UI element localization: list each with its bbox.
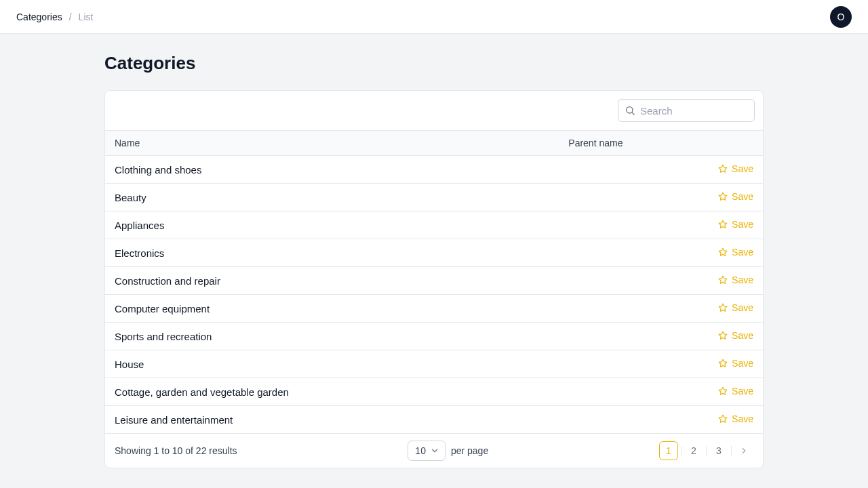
- cell-action: Save: [677, 267, 763, 295]
- cell-name: Appliances: [105, 211, 559, 239]
- star-icon: [718, 386, 728, 396]
- save-button[interactable]: Save: [718, 413, 753, 424]
- cell-action: Save: [677, 295, 763, 323]
- save-button[interactable]: Save: [718, 330, 753, 341]
- svg-marker-10: [719, 387, 727, 394]
- svg-marker-3: [719, 192, 727, 200]
- page-button[interactable]: 1: [659, 441, 678, 460]
- table-row[interactable]: Leisure and entertainmentSave: [105, 406, 763, 434]
- per-page-select[interactable]: 10: [408, 441, 446, 461]
- table-row[interactable]: Cottage, garden and vegetable gardenSave: [105, 378, 763, 406]
- cell-name: House: [105, 350, 559, 378]
- page-title: Categories: [104, 53, 764, 74]
- chevron-down-icon: [430, 446, 439, 455]
- table-row[interactable]: Clothing and shoesSave: [105, 156, 763, 184]
- cell-name: Leisure and entertainment: [105, 406, 559, 434]
- per-page-control: 10 per page: [408, 441, 488, 461]
- save-label: Save: [732, 163, 753, 174]
- column-header-action: [677, 131, 763, 156]
- page-separator: [706, 446, 707, 455]
- cell-action: Save: [677, 156, 763, 184]
- svg-marker-5: [719, 248, 727, 256]
- star-icon: [718, 275, 728, 285]
- page-separator: [731, 446, 732, 455]
- cell-action: Save: [677, 184, 763, 211]
- table-row[interactable]: Construction and repairSave: [105, 267, 763, 295]
- svg-marker-4: [719, 220, 727, 228]
- cell-name: Sports and recreation: [105, 323, 559, 350]
- table-row[interactable]: AppliancesSave: [105, 211, 763, 239]
- search-input[interactable]: [618, 99, 755, 122]
- svg-marker-7: [719, 304, 727, 311]
- save-button[interactable]: Save: [718, 219, 753, 230]
- save-label: Save: [732, 191, 753, 202]
- topbar: Categories / List O: [0, 0, 868, 34]
- cell-parent: [559, 295, 677, 323]
- search-icon: [625, 105, 635, 116]
- svg-marker-2: [719, 165, 727, 172]
- table-row[interactable]: ElectronicsSave: [105, 239, 763, 267]
- categories-table: Name Parent name Clothing and shoesSaveB…: [105, 130, 763, 434]
- cell-action: Save: [677, 323, 763, 350]
- column-header-name[interactable]: Name: [105, 131, 559, 156]
- avatar[interactable]: O: [830, 6, 852, 28]
- save-button[interactable]: Save: [718, 247, 753, 258]
- svg-line-1: [632, 113, 634, 115]
- save-button[interactable]: Save: [718, 358, 753, 369]
- card-footer: Showing 1 to 10 of 22 results 10 per pag…: [105, 434, 763, 468]
- cell-action: Save: [677, 239, 763, 267]
- page-separator: [681, 446, 682, 455]
- save-button[interactable]: Save: [718, 163, 753, 174]
- cell-parent: [559, 239, 677, 267]
- svg-marker-11: [719, 415, 727, 422]
- save-button[interactable]: Save: [718, 302, 753, 313]
- cell-name: Cottage, garden and vegetable garden: [105, 378, 559, 406]
- per-page-suffix: per page: [451, 445, 488, 456]
- cell-parent: [559, 350, 677, 378]
- breadcrumb-separator: /: [69, 12, 72, 22]
- cell-name: Electronics: [105, 239, 559, 267]
- cell-name: Clothing and shoes: [105, 156, 559, 184]
- cell-action: Save: [677, 406, 763, 434]
- table-row[interactable]: Computer equipmentSave: [105, 295, 763, 323]
- svg-marker-8: [719, 331, 727, 339]
- cell-parent: [559, 378, 677, 406]
- table-row[interactable]: HouseSave: [105, 350, 763, 378]
- star-icon: [718, 331, 728, 340]
- cell-name: Beauty: [105, 184, 559, 211]
- cell-parent: [559, 184, 677, 211]
- categories-card: Name Parent name Clothing and shoesSaveB…: [104, 90, 764, 468]
- save-label: Save: [732, 330, 753, 341]
- save-label: Save: [732, 358, 753, 369]
- breadcrumb: Categories / List: [16, 12, 93, 22]
- table-row[interactable]: Sports and recreationSave: [105, 323, 763, 350]
- save-label: Save: [732, 247, 753, 258]
- table-row[interactable]: BeautySave: [105, 184, 763, 211]
- save-button[interactable]: Save: [718, 386, 753, 396]
- pagination: 123: [659, 441, 753, 460]
- page-button[interactable]: 3: [709, 441, 728, 460]
- star-icon: [718, 164, 728, 174]
- star-icon: [718, 359, 728, 368]
- save-button[interactable]: Save: [718, 274, 753, 285]
- save-label: Save: [732, 302, 753, 313]
- star-icon: [718, 247, 728, 257]
- cell-action: Save: [677, 211, 763, 239]
- cell-action: Save: [677, 378, 763, 406]
- next-page-button[interactable]: [734, 441, 753, 460]
- cell-parent: [559, 323, 677, 350]
- cell-name: Computer equipment: [105, 295, 559, 323]
- column-header-parent[interactable]: Parent name: [559, 131, 677, 156]
- breadcrumb-root[interactable]: Categories: [16, 12, 62, 22]
- card-toolbar: [105, 91, 763, 130]
- star-icon: [718, 220, 728, 229]
- svg-marker-6: [719, 276, 727, 283]
- star-icon: [718, 414, 728, 424]
- cell-action: Save: [677, 350, 763, 378]
- save-label: Save: [732, 274, 753, 285]
- page-button[interactable]: 2: [684, 441, 703, 460]
- cell-parent: [559, 406, 677, 434]
- svg-point-0: [627, 107, 633, 113]
- save-button[interactable]: Save: [718, 191, 753, 202]
- chevron-right-icon: [739, 446, 749, 455]
